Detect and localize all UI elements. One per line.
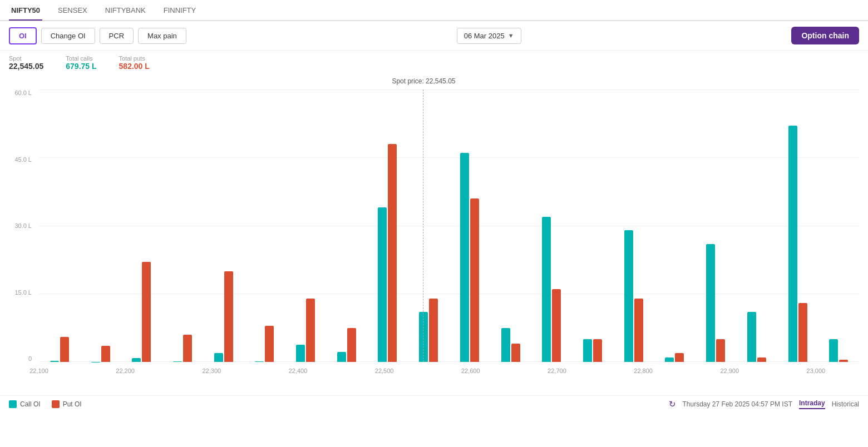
date-value: 06 Mar 2025 [464,32,505,40]
bar-group [203,90,244,362]
put-bar [634,299,643,362]
historical-tab[interactable]: Historical [832,400,859,408]
put-bar [183,335,192,362]
call-bar [542,217,551,362]
call-bar [665,357,674,362]
bar-group [162,90,203,362]
x-label-22100: 22,100 [29,367,48,374]
call-bar [829,339,838,362]
bar-group [408,90,449,362]
y-label-0: 0 [0,355,36,362]
put-bar [60,337,69,362]
bars-container [39,90,859,362]
bar-group [736,90,777,362]
put-bar [716,339,725,362]
call-bar [419,312,428,362]
call-bar [337,352,346,362]
total-calls-value: 679.75 L [66,62,96,71]
nav-tab-nifty50[interactable]: NIFTY50 [9,1,42,21]
call-bar [214,353,223,362]
bar-group [39,90,80,362]
btn-oi[interactable]: OI [9,27,37,44]
bottom-right: ↻ Thursday 27 Feb 2025 04:57 PM IST Intr… [669,399,859,409]
intraday-tab[interactable]: Intraday [799,399,825,409]
nav-tab-finnifty[interactable]: FINNIFTY [161,1,199,21]
legend-put: Put OI [52,400,82,408]
put-bar [306,299,315,362]
put-bar [675,353,684,362]
bar-group [613,90,654,362]
put-bar [470,198,479,362]
x-label-22600: 22,600 [461,367,480,374]
option-chain-button[interactable]: Option chain [791,27,859,44]
y-label-60: 60.0 L [0,90,36,96]
refresh-icon[interactable]: ↻ [669,399,676,409]
bar-group [449,90,490,362]
stats-row: Spot 22,545.05 Total calls 679.75 L Tota… [0,51,868,73]
put-bar [429,299,438,362]
spot-label: Spot [9,55,43,62]
bar-group [531,90,572,362]
y-label-45: 45.0 L [0,156,36,163]
chart-wrapper: 0 15.0 L 30.0 L 45.0 L 60.0 L Spot price… [0,73,868,395]
legend-call: Call OI [9,400,41,408]
x-label-22700: 22,700 [548,367,566,374]
bar-group [244,90,285,362]
x-label-22500: 22,500 [375,367,394,374]
x-axis: 22,10022,20022,30022,40022,50022,60022,7… [39,367,859,379]
call-bar [296,345,305,362]
y-label-15: 15.0 L [0,289,36,296]
put-bar [142,262,151,362]
bar-group [80,90,121,362]
bar-group [490,90,531,362]
bar-group [326,90,367,362]
y-label-30: 30.0 L [0,222,36,229]
x-label-22400: 22,400 [289,367,308,374]
bar-group [654,90,696,362]
total-calls-label: Total calls [66,55,96,62]
bar-group [818,90,859,362]
btn-change-oi[interactable]: Change OI [41,28,95,44]
btn-pcr[interactable]: PCR [100,28,134,44]
nav-tab-niftybank[interactable]: NIFTYBANK [103,1,148,21]
call-bar [624,230,633,362]
put-bar [839,360,848,362]
legend-bar: Call OI Put OI ↻ Thursday 27 Feb 2025 04… [0,395,868,409]
date-selector[interactable]: 06 Mar 2025▼ [457,28,521,44]
btn-max-pain[interactable]: Max pain [138,28,186,44]
call-bar [173,361,182,362]
total-puts-value: 582.00 L [119,62,150,71]
x-label-23000: 23,000 [807,367,826,374]
put-legend-dot [52,400,60,408]
x-label-22200: 22,200 [116,367,135,374]
call-bar [788,126,797,362]
put-bar [224,271,233,362]
call-bar [747,312,756,362]
call-bar [706,244,715,362]
put-bar [757,357,766,362]
timestamp: Thursday 27 Feb 2025 04:57 PM IST [683,400,792,408]
top-nav: NIFTY50SENSEXNIFTYBANKFINNIFTY [0,0,868,21]
call-bar [501,328,510,362]
call-bar [132,358,141,362]
x-label-22900: 22,900 [720,367,739,374]
put-bar [798,303,807,362]
put-bar [347,328,356,362]
put-bar [511,344,520,362]
spot-value: 22,545.05 [9,62,43,71]
bar-group [777,90,818,362]
put-legend-label: Put OI [63,400,82,408]
call-legend-label: Call OI [20,400,41,408]
call-legend-dot [9,400,17,408]
bar-group [121,90,162,362]
put-bar [265,326,274,362]
chart-area: Spot price: 22,545.05 22,10022,20022,300… [39,90,859,362]
x-label-22300: 22,300 [202,367,221,374]
nav-tab-sensex[interactable]: SENSEX [56,1,90,21]
chevron-down-icon: ▼ [508,32,514,39]
put-bar [593,339,602,362]
spot-price-label: Spot price: 22,545.05 [389,77,457,85]
put-bar [552,289,561,362]
toolbar: OIChange OIPCRMax pain06 Mar 2025▼Option… [0,21,868,51]
bar-group [695,90,736,362]
